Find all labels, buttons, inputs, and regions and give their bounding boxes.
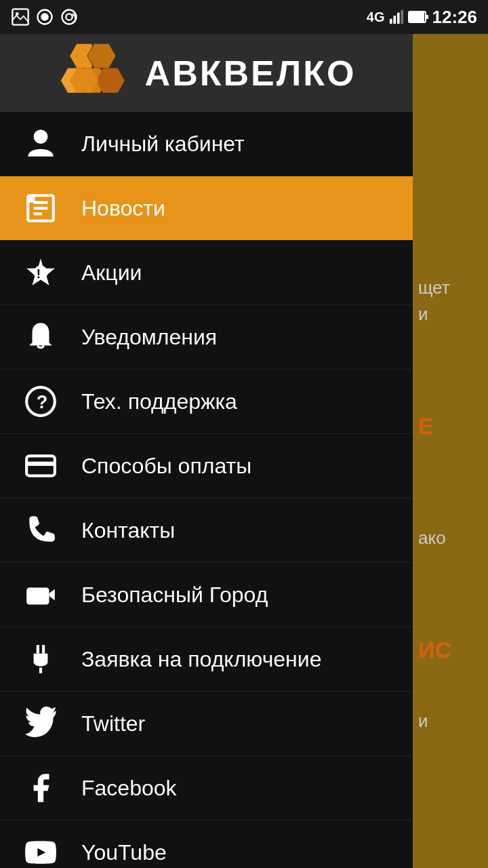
main-layout: Личный кабинет Новости ! Акции Уведомлен… [0,112,488,868]
sidebar-item-personal[interactable]: Личный кабинет [0,112,413,176]
svg-marker-35 [49,589,55,601]
svg-rect-37 [42,645,45,654]
at-icon [60,7,79,26]
record-icon [35,7,54,26]
app-header: АВКВЕЛКО [0,34,413,112]
sidebar-item-payment[interactable]: Способы оплаты [0,434,413,498]
svg-text:?: ? [37,391,48,412]
phone-icon [20,510,61,551]
sidebar-item-safecity[interactable]: Безопасный Город [0,563,413,627]
right-text-1: щети [418,275,483,328]
plug-icon [20,639,61,679]
sidebar: Личный кабинет Новости ! Акции Уведомлен… [0,112,413,868]
status-icons-right: 4G 12:26 [367,7,477,28]
sidebar-item-news[interactable]: Новости [0,176,413,241]
right-text-4: ИС [418,633,483,667]
youtube-icon [20,832,61,868]
sidebar-item-facebook[interactable]: Facebook [0,756,413,821]
svg-rect-33 [26,462,55,466]
svg-rect-9 [401,10,403,24]
right-text-2: Е [418,409,483,443]
person-icon [20,123,61,164]
svg-rect-7 [393,16,396,24]
status-icons-left [11,7,79,26]
svg-rect-36 [37,645,39,654]
news-icon [20,188,61,229]
svg-point-4 [66,14,72,20]
payment-label: Способы оплаты [81,454,251,479]
sidebar-item-notifications[interactable]: Уведомления [0,305,413,370]
picture-icon [11,7,30,26]
svg-rect-12 [426,15,428,19]
twitter-icon [20,703,61,744]
app-header-row: АВКВЕЛКО [0,34,488,112]
promo-label: Акции [81,260,142,285]
sidebar-item-promo[interactable]: ! Акции [0,241,413,305]
sidebar-item-contacts[interactable]: Контакты [0,498,413,563]
notifications-label: Уведомления [81,325,217,350]
right-text-3: ако [418,525,483,551]
svg-rect-11 [409,12,424,22]
bell-icon [20,317,61,357]
sidebar-item-twitter[interactable]: Twitter [0,692,413,756]
right-text-5: и [418,708,483,734]
sidebar-item-support[interactable]: ? Тех. поддержка [0,370,413,434]
battery-icon [408,9,428,24]
svg-rect-26 [28,195,35,202]
svg-text:!: ! [37,267,41,281]
signal-bars-icon [389,9,404,24]
facebook-label: Facebook [81,776,177,801]
card-icon [20,446,61,486]
personal-label: Личный кабинет [81,132,245,157]
signal-label: 4G [367,9,385,25]
svg-rect-8 [396,13,399,24]
svg-point-21 [34,130,48,144]
svg-marker-27 [26,258,55,285]
svg-rect-34 [26,588,49,605]
help-icon: ? [20,381,61,422]
svg-rect-6 [389,19,392,24]
header-title: АВКВЕЛКО [145,53,357,94]
sidebar-item-connect[interactable]: Заявка на подключение [0,627,413,692]
right-panel-content: щети Е ако ИС и [413,112,488,748]
twitter-label: Twitter [81,711,145,736]
svg-point-5 [62,10,77,24]
right-panel: щети Е ако ИС и [413,112,488,868]
news-label: Новости [81,196,165,221]
svg-point-3 [41,13,49,21]
honeycomb-logo [57,41,131,105]
youtube-label: YouTube [81,840,167,865]
contacts-label: Контакты [81,518,175,543]
status-bar: 4G 12:26 [0,0,488,34]
header-logo-area: АВКВЕЛКО [57,41,357,105]
camera-icon [20,574,61,615]
safecity-label: Безопасный Город [81,583,268,608]
clock: 12:26 [432,7,478,28]
header-right-panel [413,34,488,112]
connect-label: Заявка на подключение [81,647,321,672]
promo-icon: ! [20,252,61,293]
facebook-icon [20,768,61,808]
svg-rect-38 [39,668,42,673]
support-label: Тех. поддержка [81,389,237,414]
sidebar-item-youtube[interactable]: YouTube [0,821,413,868]
